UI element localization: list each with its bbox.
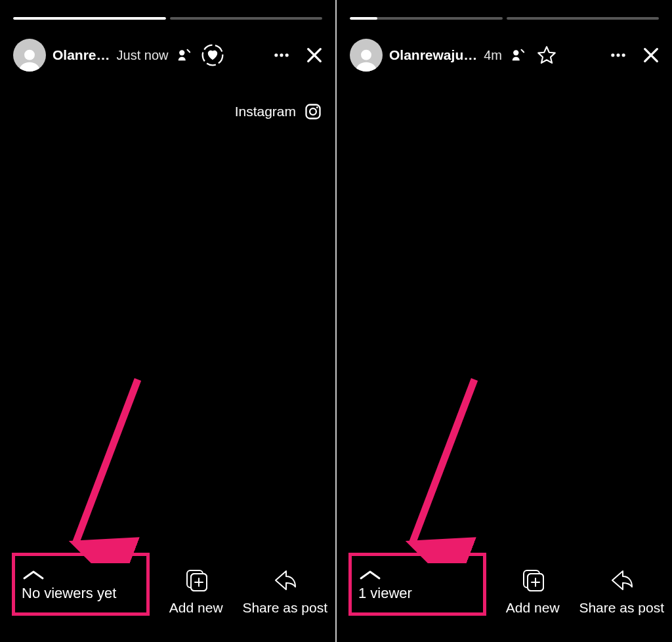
annotation-arrow-icon (376, 373, 501, 563)
highlight-heart-icon[interactable] (200, 43, 226, 67)
viewers-button[interactable]: No viewers yet (12, 553, 150, 616)
viewers-label: 1 viewer (358, 585, 476, 602)
story-header: Olanrewaju… 4m (350, 35, 664, 75)
share-icon (608, 567, 635, 596)
add-new-label: Add new (506, 600, 560, 616)
svg-point-0 (24, 50, 35, 60)
progress-segment (13, 17, 166, 20)
highlight-star-icon[interactable] (534, 44, 560, 66)
viewers-label: No viewers yet (22, 585, 140, 602)
story-progress-bar (350, 17, 659, 20)
progress-segment (170, 17, 323, 20)
share-icon (272, 567, 298, 596)
share-as-post-button[interactable]: Share as post (242, 567, 327, 616)
svg-point-22 (616, 53, 620, 56)
avatar[interactable] (13, 39, 46, 72)
close-friends-icon[interactable] (175, 48, 193, 62)
username-label[interactable]: Olanrewaju… (389, 47, 477, 63)
progress-segment (350, 17, 503, 20)
add-new-button[interactable]: Add new (169, 567, 223, 616)
add-new-icon (520, 567, 546, 596)
share-label: Share as post (579, 600, 664, 616)
svg-point-4 (274, 53, 278, 56)
story-footer: 1 viewer Add new (348, 553, 664, 616)
close-friends-icon[interactable] (509, 48, 527, 62)
platform-badge[interactable]: Instagram (235, 102, 322, 121)
story-footer: No viewers yet Add new (12, 553, 327, 616)
svg-point-6 (285, 53, 289, 56)
add-new-icon (183, 567, 209, 596)
svg-line-26 (412, 379, 474, 544)
chevron-up-icon (22, 568, 140, 585)
more-options-icon[interactable] (605, 46, 631, 64)
username-label[interactable]: Olanre… (52, 47, 110, 63)
person-icon (354, 47, 379, 72)
instagram-icon (304, 102, 322, 121)
timestamp-label: 4m (484, 48, 502, 63)
svg-rect-9 (306, 105, 320, 119)
story-header: Olanre… Just now (13, 35, 327, 75)
close-icon[interactable] (638, 46, 664, 64)
svg-point-11 (316, 106, 318, 108)
story-progress-bar (13, 17, 322, 20)
annotation-arrow-icon (39, 373, 164, 563)
svg-point-21 (611, 53, 614, 56)
more-options-icon[interactable] (268, 46, 295, 64)
svg-point-5 (280, 53, 283, 56)
story-pane-left: Olanre… Just now (0, 0, 335, 642)
svg-point-10 (310, 108, 316, 115)
svg-line-20 (522, 50, 524, 53)
svg-point-19 (513, 50, 518, 55)
viewers-button[interactable]: 1 viewer (348, 553, 486, 616)
svg-point-23 (622, 53, 625, 56)
share-as-post-button[interactable]: Share as post (579, 567, 664, 616)
add-new-button[interactable]: Add new (506, 567, 560, 616)
svg-point-1 (180, 50, 185, 55)
platform-badge-label: Instagram (235, 104, 296, 119)
person-icon (17, 47, 42, 72)
share-label: Share as post (242, 600, 327, 616)
chevron-up-icon (358, 568, 476, 585)
avatar[interactable] (350, 39, 383, 72)
timestamp-label: Just now (117, 48, 169, 63)
add-new-label: Add new (169, 600, 223, 616)
progress-segment (507, 17, 660, 20)
svg-line-2 (188, 50, 190, 53)
svg-point-18 (361, 50, 371, 60)
close-icon[interactable] (301, 46, 327, 64)
svg-line-12 (75, 379, 138, 544)
story-pane-right: Olanrewaju… 4m (337, 0, 672, 642)
